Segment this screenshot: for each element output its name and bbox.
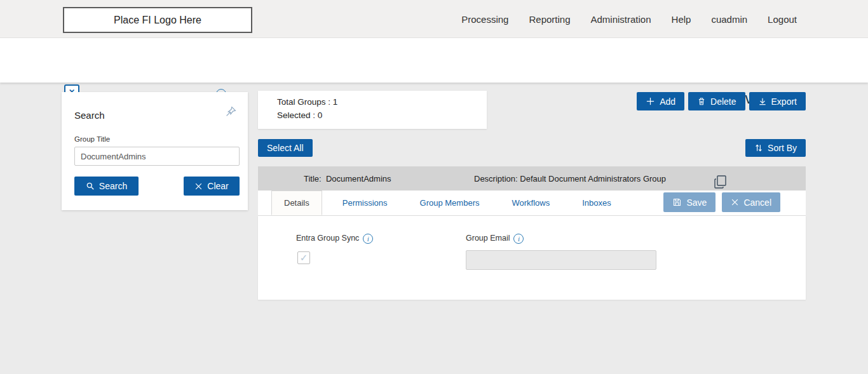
group-title-label: Group Title (74, 135, 238, 143)
pin-icon[interactable] (224, 105, 238, 121)
group-title-value: DocumentAdmins (326, 174, 391, 184)
export-button[interactable]: Export (749, 92, 806, 110)
delete-button[interactable]: Delete (688, 92, 745, 110)
sort-icon (754, 144, 763, 152)
entra-group-sync-label: Entra Group Sync (296, 234, 359, 243)
page: Place FI Logo Here Processing Reporting … (0, 0, 868, 374)
nav-item-user-cuadmin[interactable]: cuadmin (711, 14, 747, 25)
cancel-button[interactable]: Cancel (722, 192, 780, 212)
search-panel: Search Group Title Search (62, 92, 248, 210)
clear-button-label: Clear (207, 181, 228, 191)
tab-group-members[interactable]: Group Members (408, 190, 492, 215)
cancel-icon (731, 198, 739, 206)
nav-item-reporting[interactable]: Reporting (529, 14, 570, 25)
nav-item-help[interactable]: Help (672, 14, 691, 25)
entra-group-sync-field: Entra Group Sync i ✓ (296, 234, 373, 264)
nav-item-administration[interactable]: Administration (591, 14, 651, 25)
total-groups-text: Total Groups : 1 (277, 97, 487, 107)
nav-item-processing[interactable]: Processing (461, 14, 508, 25)
search-icon (86, 182, 95, 190)
export-button-label: Export (771, 97, 797, 107)
top-navigation: Processing Reporting Administration Help… (461, 0, 797, 38)
group-email-info-icon[interactable]: i (513, 234, 524, 244)
save-icon (672, 197, 682, 207)
select-all-button-label: Select All (267, 143, 304, 153)
save-button-label: Save (686, 197, 707, 208)
clear-icon (194, 182, 203, 190)
group-email-field: Group Email i (466, 234, 656, 270)
group-description-key: Description: (474, 174, 518, 184)
group-email-input (466, 250, 656, 270)
group-email-label: Group Email (466, 234, 510, 243)
add-button-label: Add (660, 97, 675, 107)
add-button[interactable]: Add (637, 92, 684, 110)
group-row-description: Description: Default Document Administra… (474, 174, 666, 184)
sort-by-button-label: Sort By (768, 143, 797, 153)
list-controls-row: Select All Sort By (258, 139, 806, 157)
trash-icon (697, 97, 706, 106)
search-button[interactable]: Search (74, 177, 139, 196)
tab-details[interactable]: Details (271, 190, 322, 215)
search-button-label: Search (99, 181, 127, 191)
selected-count-text: Selected : 0 (277, 110, 487, 120)
group-description-value: Default Document Administrators Group (520, 174, 666, 184)
group-title-input[interactable] (74, 147, 240, 166)
nav-item-logout[interactable]: Logout (768, 14, 797, 25)
clear-button[interactable]: Clear (184, 177, 240, 196)
fi-logo-text: Place FI Logo Here (114, 15, 201, 26)
search-panel-title: Search (74, 105, 105, 121)
delete-button-label: Delete (710, 97, 736, 107)
group-actions: Add Delete Export (637, 92, 806, 110)
group-row-title: Title: DocumentAdmins (304, 174, 391, 184)
group-title-key: Title: (304, 174, 322, 184)
copy-icon[interactable] (713, 174, 728, 192)
group-tabs: Details Permissions Group Members Workfl… (258, 190, 806, 216)
top-bar: Place FI Logo Here Processing Reporting … (0, 0, 868, 38)
fi-logo-placeholder: Place FI Logo Here (63, 7, 252, 33)
download-icon (758, 97, 767, 106)
cancel-button-label: Cancel (743, 197, 771, 208)
tab-inboxes[interactable]: Inboxes (570, 190, 623, 215)
tab-workflows[interactable]: Workflows (499, 190, 562, 215)
entra-group-sync-info-icon[interactable]: i (363, 234, 373, 244)
tab-permissions[interactable]: Permissions (330, 190, 400, 215)
title-bar: ✕ Group Maintenance i Kinective Sign (0, 38, 868, 83)
tab-action-buttons: Save Cancel (663, 192, 780, 212)
sort-by-button[interactable]: Sort By (745, 139, 806, 157)
entra-group-sync-checkbox[interactable]: ✓ (297, 251, 310, 264)
group-row-header[interactable]: Title: DocumentAdmins Description: Defau… (258, 166, 806, 190)
select-all-button[interactable]: Select All (258, 139, 313, 157)
summary-card: Total Groups : 1 Selected : 0 (258, 91, 487, 129)
save-button[interactable]: Save (663, 192, 715, 212)
details-tab-panel: Entra Group Sync i ✓ Group Email i (258, 216, 806, 300)
plus-icon (646, 97, 655, 106)
